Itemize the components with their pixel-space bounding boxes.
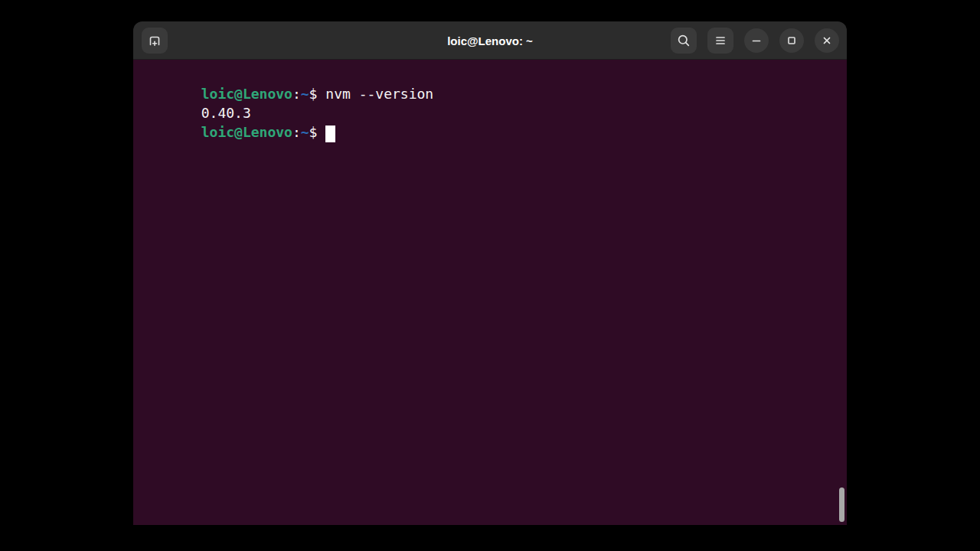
terminal-content[interactable]: loic@Lenovo:~$ nvm --version 0.40.3 loic… [133,60,847,525]
prompt-path: ~ [301,86,309,102]
new-tab-icon [147,33,162,48]
prompt-user-host: loic@Lenovo [201,124,292,140]
close-button[interactable] [815,28,839,53]
close-icon [820,34,834,47]
prompt-user-host: loic@Lenovo [201,86,292,102]
new-tab-button[interactable] [142,28,168,54]
prompt-symbol: $ [309,124,318,140]
prompt-colon: : [292,124,301,140]
prompt-symbol: $ [309,86,318,102]
prompt-path: ~ [301,124,309,140]
desktop-background: loic@Lenovo: ~ [0,0,980,551]
minimize-button[interactable] [744,28,769,53]
titlebar-controls [660,28,839,54]
hamburger-menu-icon [713,33,728,48]
search-button[interactable] [671,28,697,54]
menu-button[interactable] [707,28,733,54]
maximize-button[interactable] [779,28,804,53]
command-text: nvm --version [317,86,433,102]
terminal-line-command: loic@Lenovo:~$ nvm --version [135,65,847,84]
scrollbar-thumb[interactable] [839,487,844,522]
prompt-colon: : [292,86,301,102]
terminal-cursor [325,126,335,142]
search-icon [676,33,691,48]
window-title: loic@Lenovo: ~ [447,34,533,47]
terminal-window: loic@Lenovo: ~ [133,21,847,525]
output-text: 0.40.3 [201,105,251,121]
minimize-icon [750,34,763,47]
titlebar[interactable]: loic@Lenovo: ~ [133,21,847,60]
maximize-icon [785,34,799,47]
